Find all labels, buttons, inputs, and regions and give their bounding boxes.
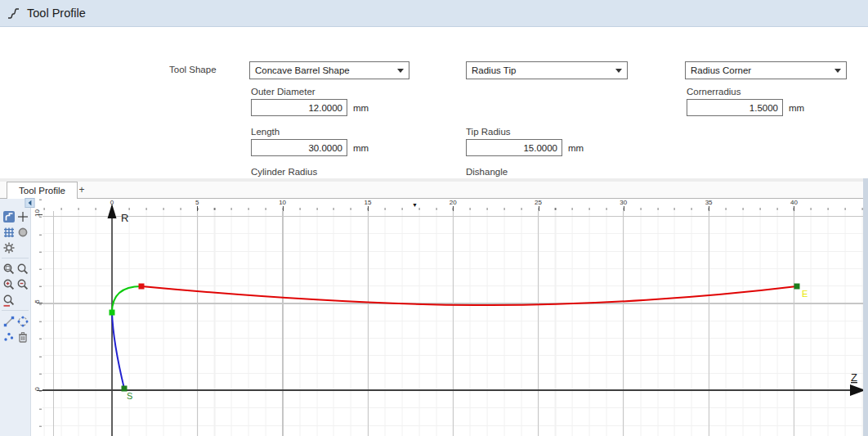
chevron-down-icon	[397, 69, 404, 73]
h-ruler-tick-label: 40	[790, 199, 798, 206]
ruler-cursor-marker: ▼	[412, 202, 418, 208]
collapse-left-icon[interactable]	[25, 196, 35, 206]
zoom-fit-icon[interactable]	[2, 292, 16, 308]
tip-radius-unit: mm	[568, 143, 584, 153]
h-ruler-tick-label: 10	[279, 199, 286, 206]
profile-plot-workspace: 1050 0510152025303540 ▼ R Z S E	[0, 199, 868, 436]
tab-bar: Tool Profile +	[0, 182, 868, 199]
ellipse-icon[interactable]	[16, 313, 29, 329]
v-ruler-major-tick	[37, 390, 43, 391]
line-icon[interactable]	[2, 313, 16, 329]
tip-radius-input[interactable]	[466, 139, 562, 156]
title-bar: Tool Profile	[0, 0, 868, 27]
tab-tool-profile[interactable]: Tool Profile	[7, 182, 78, 199]
h-ruler-tick-label: 25	[535, 199, 542, 206]
cornerradius-input[interactable]	[687, 99, 783, 116]
tool-shape-label: Tool Shape	[169, 65, 217, 74]
length-unit: mm	[353, 143, 369, 153]
profile-curve-icon	[7, 6, 21, 20]
plot-toolbar	[0, 199, 31, 436]
cylinder-radius-label: Cylinder Radius	[251, 167, 317, 177]
circle-icon[interactable]	[16, 224, 29, 240]
v-ruler-tick-label: 0	[34, 384, 41, 394]
v-ruler-major-tick	[37, 303, 43, 303]
zoom-out-icon[interactable]	[16, 276, 29, 292]
toolbar-separator	[2, 310, 29, 311]
zoom-window-icon[interactable]	[2, 261, 16, 276]
h-ruler-tick-label: 30	[620, 199, 627, 206]
horizontal-ruler: 0510152025303540 ▼	[43, 199, 868, 211]
chevron-down-icon	[615, 69, 622, 73]
h-ruler-tick-label: 35	[705, 199, 713, 206]
zoom-in-icon[interactable]	[2, 276, 16, 292]
length-label: Length	[251, 127, 280, 137]
cornerradius-unit: mm	[789, 103, 804, 113]
profile-tool-icon[interactable]	[2, 209, 16, 224]
tool-parameters-form: Tool Shape Concave Barrel Shape Radius T…	[0, 28, 868, 178]
tab-tool-profile-label: Tool Profile	[19, 186, 65, 196]
v-ruler-major-tick	[37, 214, 43, 215]
crosshair-icon[interactable]	[16, 209, 29, 224]
vertical-ruler-minor-ticks	[39, 199, 42, 436]
h-ruler-tick-label: 5	[195, 199, 199, 206]
tip-type-select[interactable]: Radius Tip	[466, 61, 628, 79]
gear-icon[interactable]	[2, 240, 16, 255]
vertical-ruler: 1050	[31, 199, 43, 436]
v-ruler-tick-label: 10	[34, 209, 41, 218]
h-ruler-tick-label: 20	[450, 199, 457, 206]
toolbar-separator	[2, 258, 29, 258]
points-icon[interactable]	[2, 329, 16, 344]
h-ruler-tick-label: 0	[110, 199, 114, 206]
v-ruler-tick-label: 5	[34, 297, 41, 307]
tip-type-value: Radius Tip	[472, 65, 612, 75]
tool-shape-value: Concave Barrel Shape	[255, 65, 394, 75]
tip-radius-label: Tip Radius	[466, 127, 511, 137]
cornerradius-label: Cornerradius	[687, 87, 740, 97]
right-edge-panel[interactable]	[863, 178, 868, 436]
length-input[interactable]	[251, 139, 347, 156]
chevron-down-icon	[834, 69, 841, 73]
outer-diameter-input[interactable]	[251, 99, 347, 116]
corner-type-select[interactable]: Radius Corner	[685, 61, 847, 79]
tool-shape-select[interactable]: Concave Barrel Shape	[249, 61, 409, 79]
dishangle-label: Dishangle	[466, 167, 508, 177]
h-ruler-tick-label: 15	[364, 199, 371, 206]
zoom-icon[interactable]	[16, 261, 29, 276]
page-title: Tool Profile	[27, 7, 86, 20]
trash-icon[interactable]	[16, 329, 29, 344]
outer-diameter-unit: mm	[353, 103, 369, 113]
corner-type-value: Radius Corner	[691, 65, 831, 75]
grid-icon[interactable]	[2, 224, 16, 240]
outer-diameter-label: Outer Diameter	[251, 87, 315, 97]
plot-canvas[interactable]	[43, 211, 868, 436]
